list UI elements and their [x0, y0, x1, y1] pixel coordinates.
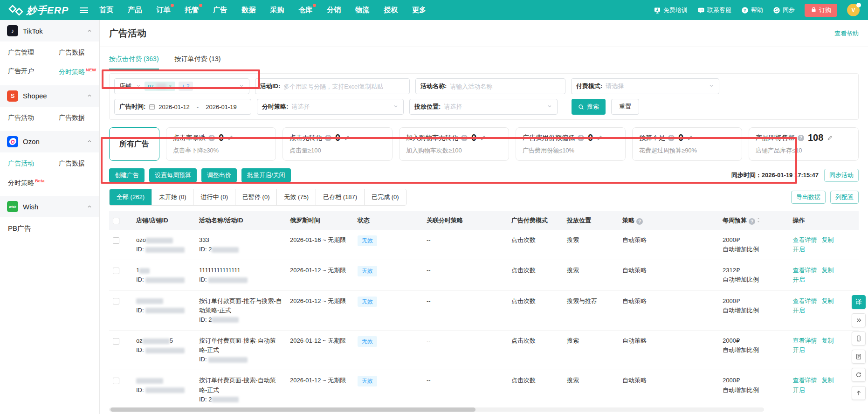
nav-item-1[interactable]: 首页 [99, 6, 113, 14]
copy-link[interactable]: 复制 [822, 297, 834, 304]
sidebar-item-分时策略[interactable]: 分时策略Beta [0, 173, 51, 193]
nav-item-7[interactable]: 采购 [270, 6, 284, 14]
edit-icon[interactable] [827, 135, 833, 141]
sidebar-section-ozon[interactable]: OOzon [0, 131, 99, 152]
translate-button[interactable]: 译 [852, 295, 866, 309]
horizontal-scrollbar[interactable] [109, 407, 764, 412]
remove-tag-icon[interactable]: × [169, 83, 172, 90]
chevron-up-icon[interactable] [87, 27, 92, 35]
status-tab-7[interactable]: 已完成 (0) [365, 189, 406, 205]
end-date[interactable]: 2026-01-19 [206, 104, 237, 110]
status-tab-1[interactable]: 全部 (262) [110, 189, 152, 205]
edit-icon[interactable] [597, 135, 603, 141]
status-tab-6[interactable]: 已存档 (187) [316, 189, 365, 205]
shop-select[interactable]: 店铺 oz × + 2 [114, 78, 249, 94]
copy-link[interactable]: 复制 [822, 267, 834, 274]
more-tags-chip[interactable]: + 2 [179, 82, 193, 91]
search-button[interactable]: 搜索 [572, 99, 606, 115]
action-button-2[interactable]: 设置每周预算 [149, 168, 197, 182]
sidebar-section-tiktok[interactable]: ♪TikTok [0, 20, 99, 41]
sidebar-item-广告管理[interactable]: 广告管理 [0, 43, 51, 62]
edit-icon[interactable] [480, 135, 486, 141]
placement-select[interactable]: 投放位置: 请选择 [409, 99, 558, 115]
stat-card-4[interactable]: 广告费用份额偏低?0广告费用份额≤10% [516, 127, 626, 161]
enable-link[interactable]: 开启 [793, 386, 805, 393]
column-config-button[interactable]: 列配置 [830, 191, 859, 204]
reset-button[interactable]: 重置 [611, 99, 639, 115]
enable-link[interactable]: 开启 [793, 246, 805, 253]
sidebar-item-广告开户[interactable]: 广告开户 [0, 62, 51, 82]
nav-item-2[interactable]: 产品 [128, 6, 142, 14]
status-tab-5[interactable]: 无效 (75) [277, 189, 316, 205]
sidebar-item-分时策略[interactable]: 分时策略NEW [51, 62, 99, 82]
view-details-link[interactable]: 查看详情 [793, 297, 817, 304]
nav-item-12[interactable]: 更多 [412, 6, 426, 14]
nav-tool-chat[interactable]: 联系客服 [697, 6, 731, 14]
sidebar-section-shopee[interactable]: SShopee [0, 85, 99, 107]
status-tab-4[interactable]: 已暂停 (0) [235, 189, 277, 205]
row-checkbox[interactable] [113, 338, 119, 345]
nav-item-11[interactable]: 授权 [384, 6, 398, 14]
nav-tool-training[interactable]: 免费培训 [654, 6, 688, 14]
refresh-button[interactable] [852, 368, 866, 382]
app-logo[interactable]: 妙手ERP [8, 4, 69, 17]
sort-icon[interactable] [756, 217, 761, 223]
view-details-link[interactable]: 查看详情 [793, 337, 817, 344]
copy-link[interactable]: 复制 [822, 236, 834, 243]
sidebar-item-广告数据[interactable]: 广告数据 [51, 154, 99, 173]
edit-icon[interactable] [687, 135, 693, 141]
ad-time-range[interactable]: 广告时间: 2026-01-12 - 2026-01-19 [114, 99, 251, 115]
nav-item-6[interactable]: 数据 [241, 6, 255, 14]
stat-card-6[interactable]: 产品即将售罄?108店铺产品库存≤10 [749, 127, 859, 161]
row-checkbox[interactable] [113, 298, 119, 304]
sidebar-item-广告活动[interactable]: 广告活动 [0, 109, 51, 127]
nav-item-10[interactable]: 物流 [355, 6, 369, 14]
sidebar-section-wish[interactable]: wishWish [0, 196, 99, 217]
chevron-up-icon[interactable] [87, 138, 92, 145]
collapse-button[interactable] [852, 313, 866, 327]
chevron-up-icon[interactable] [87, 92, 92, 100]
edit-icon[interactable] [227, 135, 234, 141]
row-checkbox[interactable] [113, 378, 119, 384]
pay-mode-select[interactable]: 付费模式: 请选择 [571, 78, 719, 94]
enable-link[interactable]: 开启 [793, 346, 805, 353]
nav-item-8[interactable]: 仓库 [298, 6, 312, 14]
status-tab-3[interactable]: 进行中 (0) [193, 189, 235, 205]
nav-tool-sync[interactable]: 同步 [773, 6, 795, 14]
nav-item-3[interactable]: 订单 [156, 6, 170, 14]
chevron-up-icon[interactable] [87, 203, 92, 211]
copy-link[interactable]: 复制 [822, 377, 834, 384]
nav-tool-question[interactable]: ?帮助 [741, 6, 763, 14]
view-details-link[interactable]: 查看详情 [793, 377, 817, 384]
sidebar-section-pb[interactable]: PB广告 [0, 217, 99, 240]
export-data-button[interactable]: 导出数据 [791, 191, 826, 204]
start-date[interactable]: 2026-01-12 [158, 104, 190, 110]
view-details-link[interactable]: 查看详情 [793, 236, 817, 243]
row-checkbox[interactable] [113, 268, 119, 274]
status-tab-2[interactable]: 未开始 (0) [152, 189, 194, 205]
sidebar-item-广告数据[interactable]: 广告数据 [51, 109, 99, 127]
all-ads-card[interactable]: 所有广告 [109, 127, 159, 161]
action-button-4[interactable]: 批量开启/关闭 [241, 168, 291, 182]
edit-icon[interactable] [344, 135, 350, 141]
stat-card-3[interactable]: 加入购物车无转化?0加入购物车次数≥100 [399, 127, 509, 161]
sidebar-item-广告数据[interactable]: 广告数据 [51, 43, 99, 62]
feedback-button[interactable] [852, 350, 866, 364]
campaign-id-field[interactable]: 活动ID: [255, 78, 410, 94]
select-all-checkbox[interactable] [113, 218, 119, 224]
campaign-id-input[interactable] [283, 83, 405, 90]
stat-card-2[interactable]: 点击无转化?0点击量≥100 [282, 127, 393, 161]
tab-pay-mode-2[interactable]: 按订单付费 (13) [175, 55, 221, 69]
menu-icon[interactable] [80, 10, 88, 11]
stat-card-1[interactable]: 点击率暴跌?0点击率下降≥30% [166, 127, 276, 161]
subscribe-button[interactable]: 订购 [805, 4, 837, 17]
sidebar-item-广告活动[interactable]: 广告活动 [0, 154, 51, 173]
nav-item-5[interactable]: 广告 [213, 6, 227, 14]
mobile-button[interactable] [852, 331, 866, 345]
row-checkbox[interactable] [113, 237, 119, 244]
nav-item-9[interactable]: 分销 [327, 6, 341, 14]
campaign-name-input[interactable] [450, 83, 560, 90]
avatar[interactable]: V [847, 4, 860, 16]
nav-item-4[interactable]: 托管 [185, 6, 199, 14]
stat-card-5[interactable]: 预算不足?0花费超过周预算≥90% [632, 127, 742, 161]
